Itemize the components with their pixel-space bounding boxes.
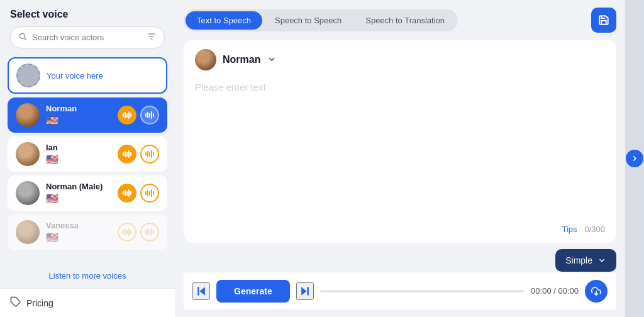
- sidebar-title: Select voice: [10, 9, 165, 20]
- svg-rect-7: [197, 287, 199, 295]
- selected-voice-header: Norman: [195, 49, 605, 74]
- normanm-info: Norman (Male) 🇺🇸: [46, 182, 111, 204]
- norman-controls: [118, 106, 159, 125]
- voice-dropdown-arrow[interactable]: [267, 54, 277, 66]
- ian-play-btn[interactable]: [118, 145, 136, 164]
- vanessa-play-btn[interactable]: [118, 223, 136, 242]
- norman-avatar: [16, 103, 40, 127]
- tabs-row: Text to Speech Speech to Speech Speech t…: [184, 8, 616, 33]
- normanm-flag: 🇺🇸: [46, 192, 111, 204]
- generate-button[interactable]: Generate: [216, 280, 290, 303]
- voice-sidebar: Select voice Your voice here: [0, 0, 175, 317]
- search-bar: [10, 26, 165, 48]
- right-rail: [625, 0, 644, 317]
- tab-text-to-speech[interactable]: Text to Speech: [186, 11, 262, 30]
- ian-controls: [118, 145, 159, 164]
- bottom-bar: Generate 00:00 / 00:00: [184, 272, 616, 309]
- char-count: 0/300: [584, 225, 605, 234]
- tab-group: Text to Speech Speech to Speech Speech t…: [184, 9, 458, 31]
- ian-avatar: [16, 142, 40, 166]
- voice-item-vanessa[interactable]: Vanessa 🇺🇸: [8, 214, 167, 250]
- chevron-right-button[interactable]: [626, 150, 643, 167]
- your-voice-label: Your voice here: [47, 71, 103, 81]
- selected-voice-avatar: [195, 49, 216, 70]
- svg-point-0: [19, 33, 25, 38]
- normanm-play-btn[interactable]: [118, 184, 136, 203]
- pricing-icon: [10, 296, 21, 309]
- skip-forward-button[interactable]: [296, 282, 314, 300]
- norman-info: Norman 🇺🇸: [46, 104, 111, 126]
- normanm-wave-btn[interactable]: [140, 184, 159, 203]
- vanessa-info: Vanessa 🇺🇸: [46, 221, 111, 243]
- voice-item-norman[interactable]: Norman 🇺🇸: [8, 97, 167, 133]
- tab-speech-to-speech[interactable]: Speech to Speech: [264, 11, 353, 30]
- content-footer: Tips 0/300: [195, 225, 605, 234]
- svg-marker-8: [301, 287, 306, 295]
- search-input[interactable]: [32, 33, 142, 42]
- tab-speech-to-translation[interactable]: Speech to Translation: [354, 11, 456, 30]
- normanm-controls: [118, 184, 159, 203]
- vanessa-name: Vanessa: [46, 221, 111, 230]
- listen-more-link[interactable]: Listen to more voices: [0, 264, 175, 288]
- svg-rect-9: [307, 287, 309, 295]
- content-area: Norman Please enter text Tips 0/300: [184, 40, 616, 243]
- svg-line-1: [25, 38, 26, 40]
- vanessa-flag: 🇺🇸: [46, 231, 111, 243]
- skip-back-button[interactable]: [192, 282, 210, 300]
- save-button[interactable]: [591, 8, 616, 33]
- sidebar-header: Select voice: [0, 0, 175, 55]
- vanessa-avatar: [16, 220, 40, 244]
- voice-item-ian[interactable]: Ian 🇺🇸: [8, 136, 167, 172]
- progress-bar[interactable]: [320, 290, 525, 292]
- search-icon: [18, 32, 27, 43]
- ian-wave-btn[interactable]: [140, 145, 159, 164]
- time-display: 00:00 / 00:00: [531, 286, 579, 296]
- download-button[interactable]: [585, 280, 608, 303]
- vanessa-controls: [118, 223, 159, 242]
- filter-icon[interactable]: [147, 31, 157, 43]
- your-voice-avatar: [16, 64, 40, 87]
- your-voice-item[interactable]: Your voice here: [8, 57, 167, 94]
- norman-name: Norman: [46, 104, 111, 113]
- text-input-placeholder[interactable]: Please enter text: [195, 82, 605, 218]
- pricing-label: Pricing: [26, 298, 53, 308]
- voice-list: Your voice here Norman 🇺🇸: [0, 55, 175, 264]
- svg-marker-6: [200, 287, 205, 295]
- ian-flag: 🇺🇸: [46, 153, 111, 165]
- normanm-avatar: [16, 181, 40, 205]
- voice-item-norman-male[interactable]: Norman (Male) 🇺🇸: [8, 175, 167, 211]
- selected-voice-name: Norman: [223, 54, 260, 65]
- normanm-name: Norman (Male): [46, 182, 111, 191]
- sidebar-footer: Pricing: [0, 288, 175, 317]
- norman-play-btn[interactable]: [118, 106, 136, 125]
- right-panel: Text to Speech Speech to Speech Speech t…: [175, 0, 625, 317]
- ian-name: Ian: [46, 143, 111, 152]
- norman-wave-btn[interactable]: [140, 106, 159, 125]
- tips-link[interactable]: Tips: [562, 225, 577, 234]
- toolbar-row: Simple: [184, 249, 616, 272]
- simple-dropdown-btn[interactable]: Simple: [555, 249, 616, 272]
- vanessa-wave-btn[interactable]: [140, 223, 159, 242]
- ian-info: Ian 🇺🇸: [46, 143, 111, 165]
- norman-flag: 🇺🇸: [46, 114, 111, 126]
